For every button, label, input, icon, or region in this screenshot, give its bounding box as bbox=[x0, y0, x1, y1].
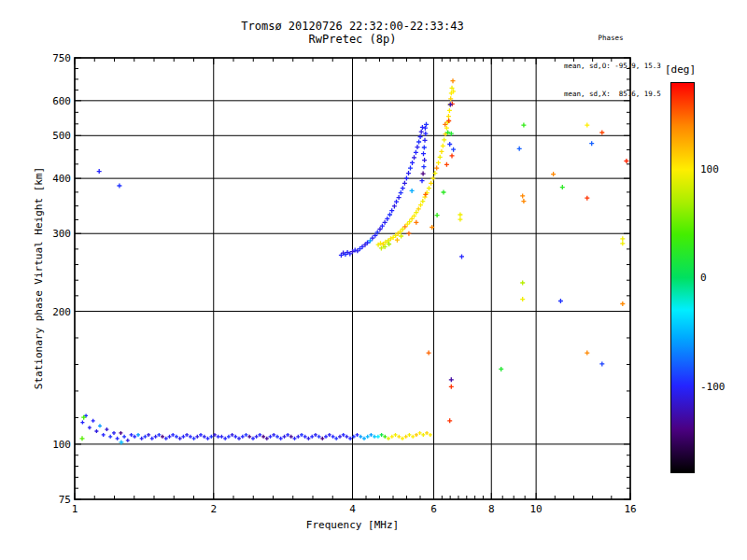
colorbar bbox=[670, 82, 695, 473]
colorbar-tick-neg100: -100 bbox=[700, 381, 726, 393]
phase-stats-block: Phases mean, sd,O: -95.9, 15.3 mean, sd,… bbox=[564, 15, 661, 118]
svg-text:2: 2 bbox=[210, 503, 217, 515]
svg-text:16: 16 bbox=[624, 503, 636, 515]
svg-text:10: 10 bbox=[530, 503, 543, 515]
svg-text:6: 6 bbox=[430, 503, 437, 515]
svg-text:500: 500 bbox=[52, 130, 71, 142]
svg-text:750: 750 bbox=[52, 52, 71, 64]
ionogram-screen: 12468101675100200300400500600750 Tromsø … bbox=[0, 0, 747, 560]
svg-text:400: 400 bbox=[52, 173, 71, 185]
svg-text:1: 1 bbox=[72, 503, 78, 515]
phase-stats-header: Phases bbox=[564, 34, 657, 43]
svg-text:600: 600 bbox=[52, 95, 71, 107]
svg-text:200: 200 bbox=[52, 306, 71, 318]
page-title: Tromsø 20120726 22:32:00-22:33:43 bbox=[75, 20, 630, 33]
x-axis-label: Frequency [MHz] bbox=[75, 519, 630, 531]
phase-stats-x-mode: mean, sd,X: 85.6, 19.5 bbox=[564, 90, 661, 99]
colorbar-tick-0: 0 bbox=[700, 272, 707, 284]
svg-text:100: 100 bbox=[52, 439, 71, 451]
y-axis-label: Stationary phase Virtual Height [km] bbox=[33, 167, 45, 389]
svg-text:300: 300 bbox=[52, 228, 71, 240]
colorbar-tick-100: 100 bbox=[700, 163, 719, 175]
svg-text:8: 8 bbox=[488, 503, 495, 515]
phase-stats-o-mode: mean, sd,O: -95.9, 15.3 bbox=[564, 62, 661, 71]
page-subtitle: RwPretec (8p) bbox=[75, 33, 630, 46]
svg-text:4: 4 bbox=[349, 503, 356, 515]
colorbar-units-label: [deg] bbox=[665, 63, 696, 76]
svg-text:75: 75 bbox=[59, 494, 71, 506]
